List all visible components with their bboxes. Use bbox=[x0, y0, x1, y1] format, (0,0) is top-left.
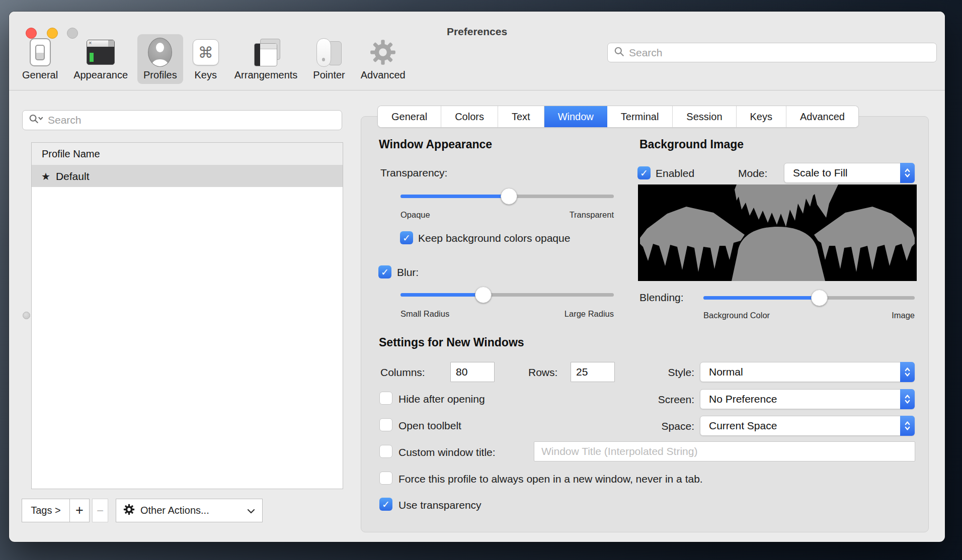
search-menu-icon bbox=[29, 114, 44, 127]
style-popup[interactable]: Normal bbox=[700, 362, 915, 382]
toolbar-search-field[interactable]: Search bbox=[607, 43, 937, 62]
use-transparency-checkbox[interactable] bbox=[379, 498, 392, 511]
hide-after-opening-label: Hide after opening bbox=[398, 393, 485, 405]
gear-icon bbox=[123, 504, 135, 518]
profile-search-placeholder: Search bbox=[48, 114, 82, 126]
profile-list-header: Profile Name bbox=[32, 143, 343, 165]
custom-window-title-field[interactable] bbox=[534, 441, 915, 461]
search-icon bbox=[614, 46, 625, 59]
small-radius-label: Small Radius bbox=[400, 309, 449, 319]
general-icon bbox=[30, 37, 51, 68]
background-image-preview[interactable] bbox=[638, 184, 917, 281]
tab-session[interactable]: Session bbox=[673, 106, 736, 127]
space-label: Space: bbox=[633, 420, 694, 432]
window-appearance-heading: Window Appearance bbox=[379, 138, 492, 151]
custom-window-title-label: Custom window title: bbox=[398, 446, 496, 458]
blur-label: Blur: bbox=[397, 266, 419, 278]
pane-splitter-handle[interactable] bbox=[23, 312, 30, 319]
use-transparency-label: Use transparency bbox=[398, 499, 482, 511]
screen-label: Screen: bbox=[633, 394, 694, 406]
space-popup[interactable]: Current Space bbox=[700, 416, 915, 436]
rows-field[interactable] bbox=[571, 362, 615, 382]
screen-popup[interactable]: No Preference bbox=[700, 389, 915, 409]
force-new-window-label: Force this profile to always open in a n… bbox=[398, 473, 703, 485]
add-profile-button[interactable]: + bbox=[69, 499, 90, 522]
toolbar-item-advanced[interactable]: Advanced bbox=[355, 34, 412, 84]
appearance-icon: × bbox=[87, 37, 115, 68]
toolbar-item-arrangements[interactable]: Arrangements bbox=[228, 34, 304, 84]
remove-profile-button[interactable]: − bbox=[92, 499, 108, 522]
tab-general[interactable]: General bbox=[378, 106, 441, 127]
transparency-label: Transparency: bbox=[380, 167, 447, 179]
transparency-slider[interactable] bbox=[400, 188, 614, 205]
chevron-down-icon bbox=[247, 505, 255, 516]
popup-stepper-icon bbox=[900, 163, 915, 183]
rows-label: Rows: bbox=[528, 366, 557, 379]
popup-stepper-icon bbox=[900, 416, 915, 436]
other-actions-label: Other Actions... bbox=[140, 505, 209, 516]
blending-label: Blending: bbox=[639, 292, 684, 304]
background-image-heading: Background Image bbox=[639, 138, 744, 151]
profile-search-field[interactable]: Search bbox=[22, 110, 342, 130]
transparent-label: Transparent bbox=[570, 210, 614, 220]
style-label: Style: bbox=[633, 366, 694, 379]
preferences-window: Preferences General × Appearance Profile… bbox=[9, 12, 945, 542]
bg-enabled-checkbox[interactable] bbox=[637, 166, 651, 179]
mouse-pointer-icon bbox=[315, 37, 343, 68]
profile-name: Default bbox=[56, 170, 90, 182]
bg-mode-label: Mode: bbox=[738, 167, 767, 179]
toolbar-item-appearance[interactable]: × Appearance bbox=[67, 34, 134, 84]
open-toolbelt-label: Open toolbelt bbox=[398, 420, 461, 432]
winged-silhouette-image bbox=[638, 184, 917, 281]
profile-row-default[interactable]: ★ Default bbox=[32, 165, 343, 187]
blur-slider[interactable] bbox=[400, 286, 614, 303]
profile-settings-panel: General Colors Text Window Terminal Sess… bbox=[361, 116, 929, 532]
columns-field[interactable] bbox=[450, 362, 495, 382]
open-toolbelt-checkbox[interactable] bbox=[379, 418, 392, 431]
profile-tab-bar: General Colors Text Window Terminal Sess… bbox=[378, 106, 858, 127]
keep-opaque-label: Keep background colors opaque bbox=[418, 232, 570, 244]
toolbar-item-profiles[interactable]: Profiles bbox=[137, 34, 183, 84]
hide-after-opening-checkbox[interactable] bbox=[379, 392, 392, 405]
toolbar-search-placeholder: Search bbox=[629, 47, 663, 59]
toolbar-item-pointer[interactable]: Pointer bbox=[307, 34, 351, 84]
large-radius-label: Large Radius bbox=[565, 309, 614, 319]
gear-icon bbox=[368, 37, 397, 68]
window-header: Preferences General × Appearance Profile… bbox=[9, 12, 945, 90]
profile-list: Profile Name ★ Default bbox=[31, 142, 343, 489]
command-key-icon: ⌘ bbox=[193, 37, 219, 68]
other-actions-button[interactable]: Other Actions... bbox=[116, 499, 263, 522]
tab-terminal[interactable]: Terminal bbox=[607, 106, 673, 127]
transparency-slider-thumb[interactable] bbox=[501, 188, 517, 205]
columns-label: Columns: bbox=[380, 366, 425, 379]
blur-checkbox[interactable] bbox=[378, 265, 391, 278]
bg-mode-popup[interactable]: Scale to Fill bbox=[784, 163, 915, 183]
opaque-label: Opaque bbox=[400, 210, 430, 220]
tab-window[interactable]: Window bbox=[544, 106, 607, 127]
blend-bg-color-label: Background Color bbox=[703, 311, 770, 320]
toolbar-item-keys[interactable]: ⌘ Keys bbox=[187, 34, 225, 84]
custom-window-title-checkbox[interactable] bbox=[379, 445, 392, 458]
tags-button[interactable]: Tags > bbox=[22, 499, 70, 522]
blend-image-label: Image bbox=[892, 311, 915, 320]
tab-text[interactable]: Text bbox=[498, 106, 544, 127]
profiles-icon bbox=[148, 37, 172, 68]
new-windows-heading: Settings for New Windows bbox=[379, 336, 524, 349]
popup-stepper-icon bbox=[900, 362, 915, 382]
force-new-window-checkbox[interactable] bbox=[379, 472, 392, 485]
profile-actions-bar: Tags > + − bbox=[22, 499, 263, 522]
tab-advanced[interactable]: Advanced bbox=[786, 106, 858, 127]
blur-slider-thumb[interactable] bbox=[475, 287, 492, 303]
bg-enabled-label: Enabled bbox=[656, 167, 694, 179]
popup-stepper-icon bbox=[900, 389, 915, 409]
arrangements-icon bbox=[252, 37, 280, 68]
keep-opaque-checkbox[interactable] bbox=[400, 231, 413, 244]
tab-keys[interactable]: Keys bbox=[737, 106, 786, 127]
preferences-toolbar: General × Appearance Profiles ⌘ Keys bbox=[16, 34, 412, 87]
default-star-icon: ★ bbox=[41, 170, 50, 182]
blending-slider-thumb[interactable] bbox=[811, 290, 828, 306]
tab-colors[interactable]: Colors bbox=[441, 106, 498, 127]
blending-slider[interactable] bbox=[703, 289, 915, 306]
toolbar-item-general[interactable]: General bbox=[16, 34, 64, 84]
